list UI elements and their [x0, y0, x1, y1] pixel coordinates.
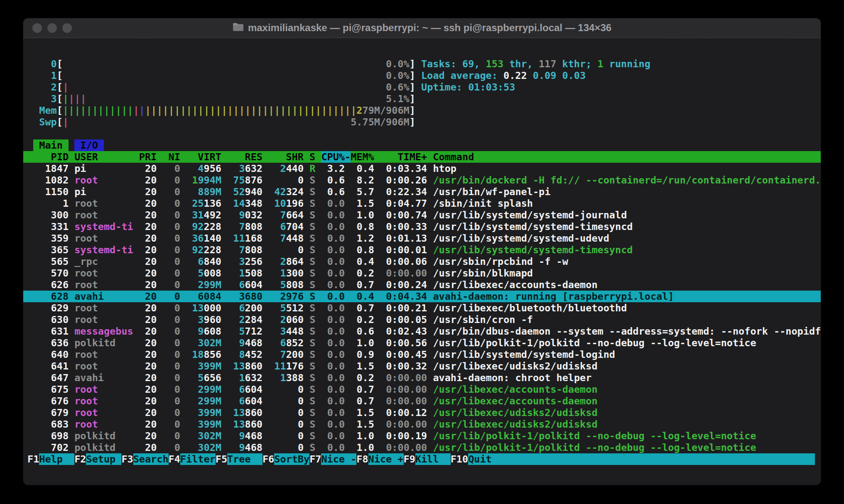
- process-row-698[interactable]: 698 polkitd 20 0 302M 9468 0 S 0.0 1.0 0…: [23, 430, 821, 442]
- fnkey-f1[interactable]: F1Help: [27, 453, 74, 465]
- process-row-359[interactable]: 359 root 20 0 36140 11168 7448 S 0.0 1.2…: [23, 232, 821, 244]
- zoom-button[interactable]: [62, 23, 72, 33]
- process-row-629[interactable]: 629 root 20 0 13000 6200 5512 S 0.0 0.7 …: [23, 302, 821, 314]
- fnkey-f2[interactable]: F2Setup: [74, 453, 121, 465]
- text-segment: [415, 70, 421, 81]
- state-cell: S: [309, 337, 315, 349]
- blank-line: [23, 46, 821, 58]
- text-segment: [133, 232, 139, 244]
- text-segment: 0: [298, 430, 304, 442]
- text-segment: [157, 442, 162, 453]
- process-row-1847[interactable]: 1847 pi 20 0 4956 3632 2440 R 3.2 0.4 0:…: [23, 163, 821, 174]
- text-segment: [304, 174, 309, 186]
- text-segment: 860: [245, 360, 263, 372]
- text-segment: [227, 174, 233, 186]
- text-segment: 2: [280, 163, 286, 174]
- process-row-626[interactable]: 626 root 20 0 299M 6604 5808 S 0.0 0.7 0…: [23, 279, 821, 291]
- process-row-641[interactable]: 641 root 20 0 399M 13860 11176 S 0.0 1.5…: [23, 360, 821, 372]
- text-segment: [227, 314, 239, 325]
- cpu-cell: 0.0: [321, 291, 345, 302]
- fnkey-f3[interactable]: F3Search: [121, 453, 168, 465]
- window-title: maximiliankaske — pi@raspberrypi: ~ — ss…: [233, 22, 611, 34]
- text-segment: [263, 198, 268, 209]
- text-segment: [133, 360, 139, 372]
- fnkey-f9[interactable]: F9Kill: [404, 453, 451, 465]
- text-segment: [263, 174, 268, 186]
- text-segment: 608: [204, 325, 221, 337]
- text-segment: [263, 360, 268, 372]
- process-row-683[interactable]: 683 root 20 0 399M 13860 0 S 0.0 1.5 0:0…: [23, 418, 821, 430]
- state-cell: S: [309, 407, 315, 418]
- text-segment: 956: [204, 163, 221, 174]
- time-cell: 0:00.05: [380, 314, 427, 325]
- process-row-647[interactable]: 647 avahi 20 0 5656 1632 1388 S 0.0 0.2 …: [23, 372, 821, 384]
- process-row-676[interactable]: 676 root 20 0 299M 6604 0 S 0.0 0.7 0:00…: [23, 395, 821, 407]
- process-row-630[interactable]: 630 root 20 0 3960 2284 2060 S 0.0 0.2 0…: [23, 314, 821, 325]
- process-row-628[interactable]: 628 avahi 20 0 6084 3680 2976 S 0.0 0.4 …: [23, 291, 821, 302]
- process-row-675[interactable]: 675 root 20 0 299M 6604 0 S 0.0 0.7 0:00…: [23, 384, 821, 395]
- pid-cell: 565: [27, 256, 69, 267]
- fnkey-label: Quit: [468, 453, 815, 465]
- process-row-331[interactable]: 331 systemd-ti 20 0 92228 7808 6704 S 0.…: [23, 221, 821, 232]
- text-segment: [268, 430, 298, 442]
- tab-main[interactable]: Main: [33, 139, 69, 151]
- tab-io[interactable]: I/O: [74, 139, 104, 151]
- table-header[interactable]: PID USER PRI NI VIRT RES SHR S CPU%-MEM%…: [23, 151, 821, 163]
- process-row-640[interactable]: 640 root 20 0 18856 8452 7200 S 0.0 0.9 …: [23, 349, 821, 360]
- fnkey-f4[interactable]: F4Filter: [169, 453, 216, 465]
- text-segment: [427, 232, 433, 244]
- mem-cell: 0.2: [351, 372, 374, 384]
- text-segment: 0.09: [533, 70, 562, 81]
- state-cell: S: [309, 198, 315, 209]
- text-segment: 9: [239, 430, 245, 442]
- pri-cell: 20: [139, 418, 157, 430]
- text-segment: 302M: [198, 442, 221, 453]
- process-row-1[interactable]: 1 root 20 0 25136 14348 10196 S 0.0 1.5 …: [23, 198, 821, 209]
- minimize-button[interactable]: [47, 23, 57, 33]
- fnkey-f5[interactable]: F5Tree: [216, 453, 263, 465]
- text-segment: 9: [239, 337, 245, 349]
- fnkey-label: SortBy: [274, 453, 309, 465]
- text-segment: [186, 232, 192, 244]
- process-row-679[interactable]: 679 root 20 0 399M 13860 0 S 0.0 1.5 0:0…: [23, 407, 821, 418]
- pri-cell: 20: [139, 174, 157, 186]
- tab-bar: Main I/O: [23, 139, 821, 151]
- sort-column-header[interactable]: CPU%-: [321, 151, 351, 163]
- fnkey-f7[interactable]: F7Nice -: [309, 453, 356, 465]
- fnkey-f8[interactable]: F8Nice +: [356, 453, 403, 465]
- text-segment: [315, 256, 321, 267]
- close-button[interactable]: [32, 23, 42, 33]
- text-segment: [186, 349, 192, 360]
- pid-cell: 626: [27, 279, 69, 291]
- process-row-365[interactable]: 365 systemd-ti 20 0 92228 7808 0 S 0.0 0…: [23, 244, 821, 256]
- text-segment: 36: [192, 232, 204, 244]
- fnkey-f10[interactable]: F10Quit: [451, 453, 815, 465]
- user-cell: root: [74, 395, 133, 407]
- pri-cell: 20: [139, 198, 157, 209]
- process-row-631[interactable]: 631 messagebus 20 0 9608 5712 3448 S 0.0…: [23, 325, 821, 337]
- ni-cell: 0: [162, 337, 180, 349]
- pid-cell: 1150: [27, 186, 69, 198]
- user-cell: root: [74, 407, 133, 418]
- fnkey-f6[interactable]: F6SortBy: [263, 453, 309, 465]
- text-segment: 13: [233, 360, 245, 372]
- process-row-636[interactable]: 636 polkitd 20 0 302M 9468 6852 S 0.0 1.…: [23, 337, 821, 349]
- text-segment: [69, 337, 74, 349]
- process-row-565[interactable]: 565 _rpc 20 0 6840 3256 2864 S 0.0 0.4 0…: [23, 256, 821, 267]
- time-cell: 0:00.00: [380, 418, 427, 430]
- text-segment: [304, 349, 309, 360]
- text-segment: 6: [239, 302, 245, 314]
- text-segment: [69, 163, 74, 174]
- text-segment: [157, 279, 162, 291]
- process-row-702[interactable]: 702 polkitd 20 0 302M 9468 0 S 0.0 1.0 0…: [23, 442, 821, 453]
- titlebar[interactable]: maximiliankaske — pi@raspberrypi: ~ — ss…: [23, 18, 821, 38]
- text-segment: [304, 314, 309, 325]
- process-row-1150[interactable]: 1150 pi 20 0 889M 52940 42324 S 0.6 5.7 …: [23, 186, 821, 198]
- process-row-570[interactable]: 570 root 20 0 5008 1508 1300 S 0.0 0.2 0…: [23, 267, 821, 279]
- text-segment: [304, 279, 309, 291]
- text-segment: 92: [192, 221, 204, 232]
- text-segment: [221, 256, 227, 267]
- process-row-1082[interactable]: 1082 root 20 0 1994M 75876 0 S 0.6 8.2 0…: [23, 174, 821, 186]
- text-segment: [186, 418, 198, 430]
- process-row-300[interactable]: 300 root 20 0 31492 9032 7664 S 0.0 1.0 …: [23, 209, 821, 221]
